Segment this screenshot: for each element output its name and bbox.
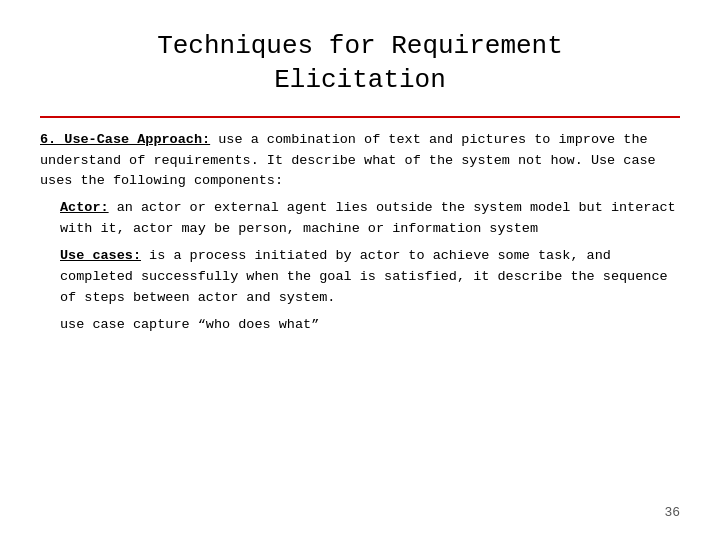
usecases-label: Use cases:	[60, 248, 141, 263]
page-number: 36	[40, 500, 680, 520]
point6-label: 6. Use-Case Approach:	[40, 132, 210, 147]
capture-text: use case capture “who does what”	[60, 317, 319, 332]
actor-text: an actor or external agent lies outside …	[60, 200, 676, 236]
title-section: Techniques for Requirement Elicitation	[40, 30, 680, 98]
usecases-point: Use cases: is a process initiated by act…	[60, 246, 680, 309]
slide: Techniques for Requirement Elicitation 6…	[0, 0, 720, 540]
capture-point: use case capture “who does what”	[60, 315, 680, 336]
title-divider	[40, 116, 680, 118]
actor-point: Actor: an actor or external agent lies o…	[60, 198, 680, 240]
title-line1: Techniques for Requirement	[157, 31, 563, 61]
title-line2: Elicitation	[274, 65, 446, 95]
content-body: 6. Use-Case Approach: use a combination …	[40, 130, 680, 500]
actor-label: Actor:	[60, 200, 109, 215]
usecases-text: is a process initiated by actor to achie…	[60, 248, 668, 305]
slide-title: Techniques for Requirement Elicitation	[40, 30, 680, 98]
point-6: 6. Use-Case Approach: use a combination …	[40, 130, 680, 193]
